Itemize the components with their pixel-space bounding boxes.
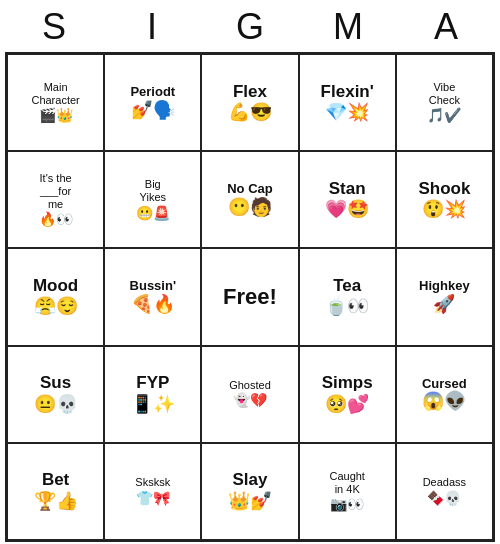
- cell-simps: Simps🥺💕: [299, 346, 396, 443]
- cell-big-yikes: BigYikes😬🚨: [104, 151, 201, 248]
- cell-cursed: Cursed😱👽: [396, 346, 493, 443]
- cell-main-character: MainCharacter🎬👑: [7, 54, 104, 151]
- cell-caught-in-4k: Caughtin 4K📷👀: [299, 443, 396, 540]
- cell-vibe-check: VibeCheck🎵✔️: [396, 54, 493, 151]
- cell-fyp: FYP📱✨: [104, 346, 201, 443]
- cell-bet: Bet🏆👍: [7, 443, 104, 540]
- cell-free: Free!: [201, 248, 298, 345]
- cell-its-the: It's the___forme🔥👀: [7, 151, 104, 248]
- cell-mood: Mood😤😌: [7, 248, 104, 345]
- cell-shook: Shook😲💥: [396, 151, 493, 248]
- cell-sksksk: Sksksk👕🎀: [104, 443, 201, 540]
- cell-ghosted: Ghosted👻💔: [201, 346, 298, 443]
- cell-tea: Tea🍵👀: [299, 248, 396, 345]
- cell-sus: Sus😐💀: [7, 346, 104, 443]
- cell-stan: Stan💗🤩: [299, 151, 396, 248]
- header-a: A: [401, 6, 491, 48]
- header-row: S I G M A: [5, 0, 495, 52]
- bingo-grid: MainCharacter🎬👑Periodt💅🗣️Flex💪😎Flexin'💎💥…: [5, 52, 495, 542]
- cell-bussin: Bussin'🍕🔥: [104, 248, 201, 345]
- header-i: I: [107, 6, 197, 48]
- header-g: G: [205, 6, 295, 48]
- cell-highkey: Highkey🚀: [396, 248, 493, 345]
- cell-periodt: Periodt💅🗣️: [104, 54, 201, 151]
- cell-flex: Flex💪😎: [201, 54, 298, 151]
- cell-no-cap: No Cap😶🧑: [201, 151, 298, 248]
- header-m: M: [303, 6, 393, 48]
- cell-slay: Slay👑💅: [201, 443, 298, 540]
- cell-deadass: Deadass🍫💀: [396, 443, 493, 540]
- cell-flexin: Flexin'💎💥: [299, 54, 396, 151]
- header-s: S: [9, 6, 99, 48]
